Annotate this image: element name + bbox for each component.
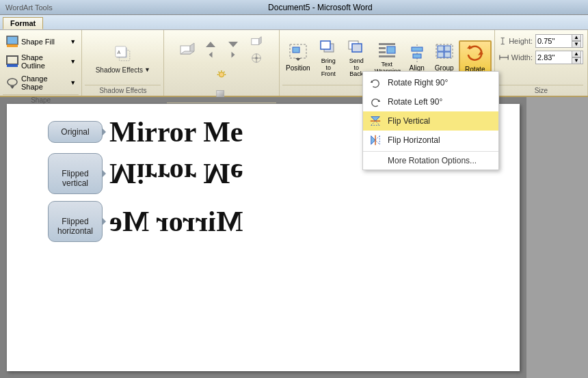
3d-on-off-icon	[176, 40, 198, 59]
height-row: Height: ▲ ▼	[499, 34, 583, 48]
svg-marker-16	[231, 52, 235, 58]
3d-tilt-left-button[interactable]	[200, 50, 222, 59]
svg-text:A: A	[117, 50, 120, 55]
width-row: Width: ▲ ▼	[499, 51, 583, 64]
3d-lighting-button[interactable]	[211, 68, 232, 84]
title-bar: WordArt Tools Document5 - Microsoft Word	[0, 0, 588, 15]
rotate-left-item[interactable]: Rotate Left 90°	[363, 92, 498, 111]
height-icon	[499, 36, 506, 46]
svg-point-22	[255, 57, 258, 59]
flipped-horizontal-text: Mirror Me	[109, 207, 243, 236]
width-spin-down[interactable]: ▼	[572, 57, 581, 64]
rotate-dropdown-menu: Rotate Right 90° Rotate Left 90° Flip Ve…	[362, 71, 499, 170]
shape-buttons: Shape Fill ▼ Shape Outline ▼ Change Shap…	[3, 33, 79, 93]
bring-to-front-button[interactable]: Bring to Front	[315, 36, 342, 81]
group-button[interactable]: Group	[431, 42, 457, 74]
height-input[interactable]	[537, 37, 572, 45]
tab-format[interactable]: Format	[3, 17, 43, 29]
shape-outline-button[interactable]: Shape Outline ▼	[3, 51, 79, 72]
svg-point-4	[8, 79, 17, 85]
flip-vertical-icon	[369, 114, 382, 128]
wordart-tools-tab-indicator: WordArt Tools	[5, 3, 53, 12]
flipped-vertical-text: Mirror Me	[109, 159, 243, 188]
svg-rect-44	[413, 54, 421, 58]
svg-rect-40	[379, 51, 386, 53]
shape-fill-button[interactable]: Shape Fill ▼	[3, 33, 79, 51]
flip-horizontal-label: Flip Horizontal	[388, 135, 440, 145]
svg-line-25	[224, 72, 224, 72]
svg-rect-48	[438, 52, 444, 57]
svg-marker-61	[371, 121, 380, 125]
svg-rect-34	[321, 41, 330, 49]
3d-surface-button[interactable]	[211, 85, 232, 101]
svg-rect-1	[7, 44, 18, 47]
svg-rect-43	[412, 47, 423, 51]
3d-tilt-down-button[interactable]	[222, 40, 244, 49]
height-spin-up[interactable]: ▲	[572, 34, 581, 41]
svg-rect-41	[379, 55, 395, 57]
shadow-effects-group-label: Shadow Effects	[85, 85, 161, 96]
svg-marker-5	[10, 86, 14, 89]
threed-buttons	[167, 33, 276, 101]
flip-horizontal-item[interactable]: Flip Horizontal	[363, 131, 498, 150]
change-shape-icon	[5, 76, 19, 90]
svg-marker-64	[375, 136, 379, 145]
more-rotation-options-label: More Rotation Options...	[388, 156, 477, 165]
flipped-horizontal-item: Flipped horizontal Mirror Me	[48, 201, 506, 242]
more-rotation-options-item[interactable]: More Rotation Options...	[363, 153, 498, 168]
align-button[interactable]: Align	[404, 42, 430, 74]
3d-tilt-up-button[interactable]	[200, 40, 222, 49]
position-label: Position	[286, 64, 310, 72]
change-shape-button[interactable]: Change Shape ▼	[3, 72, 79, 93]
rotate-right-icon	[369, 76, 382, 90]
group-size: Height: ▲ ▼ Width: ▲ ▼	[495, 30, 588, 96]
change-shape-label: Change Shape	[21, 75, 68, 91]
width-spin-up[interactable]: ▲	[572, 51, 581, 57]
height-spin-down[interactable]: ▼	[572, 41, 581, 48]
shape-outline-arrow: ▼	[70, 58, 76, 65]
position-button[interactable]: Position	[282, 42, 314, 74]
svg-rect-46	[438, 46, 444, 51]
svg-marker-14	[228, 42, 238, 47]
svg-point-23	[219, 72, 224, 77]
size-group-label: Size	[499, 85, 583, 96]
shadow-buttons: A Shadow Effects ▼	[85, 33, 161, 83]
svg-rect-38	[379, 47, 386, 49]
width-input[interactable]	[537, 53, 572, 62]
flipped-vertical-label: Flipped vertical	[48, 153, 103, 194]
svg-marker-13	[206, 42, 215, 47]
group-shape: Shape Fill ▼ Shape Outline ▼ Change Shap…	[0, 30, 82, 96]
svg-rect-39	[387, 46, 395, 53]
svg-rect-47	[444, 46, 451, 51]
shape-outline-label: Shape Outline	[21, 53, 68, 70]
shape-fill-icon	[5, 35, 19, 49]
3d-direction-button[interactable]	[245, 50, 267, 66]
svg-rect-0	[7, 36, 18, 44]
svg-rect-36	[352, 44, 362, 52]
shape-fill-label: Shape Fill	[21, 38, 55, 46]
send-to-back-icon	[347, 38, 366, 57]
ribbon: Shape Fill ▼ Shape Outline ▼ Change Shap…	[0, 30, 588, 97]
size-inputs: Height: ▲ ▼ Width: ▲ ▼	[499, 34, 583, 83]
3d-on-off-button[interactable]	[176, 40, 198, 59]
svg-rect-2	[7, 56, 18, 64]
shadow-effects-icon: A	[112, 43, 134, 65]
svg-rect-37	[379, 43, 395, 45]
ribbon-tabs: Format	[0, 15, 588, 30]
svg-rect-3	[7, 64, 18, 67]
svg-rect-31	[293, 47, 299, 53]
3d-depth-button[interactable]	[245, 33, 267, 49]
change-shape-arrow: ▼	[70, 79, 76, 86]
3d-tilt-right-button[interactable]	[222, 50, 244, 59]
width-input-wrap: ▲ ▼	[535, 51, 583, 64]
flip-vertical-item[interactable]: Flip Vertical	[363, 111, 498, 131]
svg-line-28	[219, 72, 219, 72]
document-right-panel	[526, 97, 588, 378]
rotate-right-item[interactable]: Rotate Right 90°	[363, 73, 498, 92]
rotate-right-label: Rotate Right 90°	[388, 78, 448, 87]
width-label: Width:	[511, 53, 533, 62]
original-label: Original	[48, 121, 103, 143]
shape-outline-icon	[5, 55, 19, 68]
rotate-icon	[464, 43, 486, 65]
shadow-effects-button[interactable]: A Shadow Effects ▼	[92, 40, 155, 77]
